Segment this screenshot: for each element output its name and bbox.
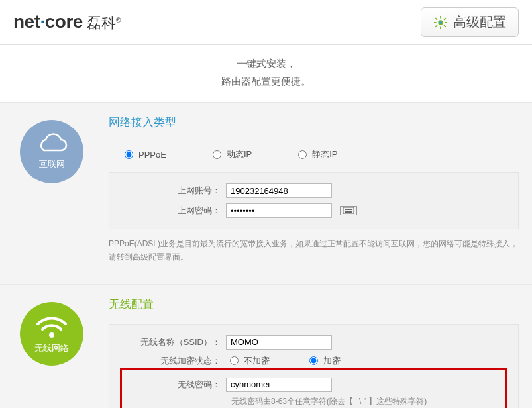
pppoe-password-input[interactable] <box>226 203 332 218</box>
pppoe-account-input[interactable] <box>226 183 332 198</box>
wifi-icon <box>34 313 70 340</box>
pppoe-password-label: 上网密码： <box>121 205 226 217</box>
wireless-circle: 无线网络 <box>20 302 83 366</box>
wireless-body: 无线配置 无线名称（SSID）： 无线加密状态： 不加密 加密 <box>109 297 519 408</box>
pppoe-help-text: PPPoE(ADSL)业务是目前最为流行的宽带接入业务，如果通过正常配置不能访问… <box>109 237 519 264</box>
ssid-label: 无线名称（SSID）： <box>121 336 226 348</box>
encryption-option-off[interactable]: 不加密 <box>230 355 270 367</box>
svg-point-9 <box>439 21 442 23</box>
wan-option-dhcp[interactable]: 动态IP <box>213 148 252 160</box>
logo-dot: · <box>40 11 45 32</box>
ssid-input[interactable] <box>226 335 332 350</box>
network-body: 网络接入类型 PPPoE 动态IP 静态IP 上网账号： 上网密码： <box>109 115 519 264</box>
encryption-on-label: 加密 <box>323 355 341 367</box>
encryption-row: 无线加密状态： 不加密 加密 <box>121 352 506 370</box>
wifi-password-hint: 无线密码由8-63个任意字符(除去【 ' \ " 】这些特殊字符) <box>121 396 506 407</box>
svg-rect-10 <box>343 207 354 214</box>
network-title: 网络接入类型 <box>109 115 519 130</box>
svg-point-16 <box>49 332 54 338</box>
radio-static[interactable] <box>298 150 307 159</box>
radio-no-encryption[interactable] <box>230 356 239 365</box>
svg-rect-3 <box>434 22 437 23</box>
wan-option-static[interactable]: 静态IP <box>298 148 337 160</box>
pppoe-password-row: 上网密码： <box>121 201 506 221</box>
tagline-line-1: 一键式安装， <box>0 54 532 72</box>
svg-rect-15 <box>345 211 352 213</box>
tagline: 一键式安装， 路由器配置更便捷。 <box>0 45 532 103</box>
svg-rect-1 <box>440 15 441 18</box>
ssid-row: 无线名称（SSID）： <box>121 332 506 352</box>
logo-cn: 磊科® <box>87 13 121 33</box>
wan-option-pppoe[interactable]: PPPoE <box>125 148 166 160</box>
virtual-keyboard-icon[interactable] <box>340 206 357 215</box>
encryption-option-on[interactable]: 加密 <box>309 355 341 367</box>
wireless-form: 无线名称（SSID）： 无线加密状态： 不加密 加密 <box>109 324 519 408</box>
pppoe-account-label: 上网账号： <box>121 185 226 197</box>
svg-rect-7 <box>435 25 438 27</box>
logo: net·core 磊科® <box>13 11 121 33</box>
encryption-radios: 不加密 加密 <box>226 355 341 367</box>
wifi-password-highlight: 无线密码： 无线密码由8-63个任意字符(除去【 ' \ " 】这些特殊字符) <box>121 370 506 408</box>
svg-rect-11 <box>345 209 346 210</box>
pppoe-account-row: 上网账号： <box>121 181 506 201</box>
encryption-label: 无线加密状态： <box>121 355 226 367</box>
svg-rect-12 <box>346 209 348 210</box>
wifi-password-row: 无线密码： <box>121 375 506 395</box>
tagline-line-2: 路由器配置更便捷。 <box>0 72 532 90</box>
logo-text: net·core <box>13 11 83 32</box>
wireless-section: 无线网络 无线配置 无线名称（SSID）： 无线加密状态： 不加密 加密 <box>0 284 532 408</box>
header: net·core 磊科® 高级配置 <box>0 0 532 45</box>
svg-rect-6 <box>443 25 446 27</box>
svg-rect-2 <box>440 26 441 29</box>
svg-rect-8 <box>443 17 446 20</box>
pppoe-form: 上网账号： 上网密码： <box>109 172 519 229</box>
wan-type-radios: PPPoE 动态IP 静态IP <box>109 142 519 167</box>
wan-option-dhcp-label: 动态IP <box>227 148 252 160</box>
internet-circle-label: 互联网 <box>39 158 65 170</box>
encryption-off-label: 不加密 <box>244 355 270 367</box>
advanced-settings-button[interactable]: 高级配置 <box>421 7 519 37</box>
advanced-settings-label: 高级配置 <box>453 13 506 31</box>
svg-rect-5 <box>435 17 438 20</box>
logo-part-net: net <box>13 11 40 32</box>
cloud-icon <box>34 133 69 156</box>
internet-circle: 互联网 <box>20 120 83 183</box>
wifi-password-label: 无线密码： <box>121 379 226 391</box>
radio-dhcp[interactable] <box>213 150 221 159</box>
radio-encryption[interactable] <box>309 356 318 365</box>
wan-option-static-label: 静态IP <box>312 148 337 160</box>
wireless-circle-label: 无线网络 <box>34 342 69 354</box>
wifi-password-input[interactable] <box>226 378 332 392</box>
logo-trademark: ® <box>116 17 121 24</box>
radio-pppoe[interactable] <box>125 150 133 159</box>
svg-rect-4 <box>445 22 447 23</box>
svg-rect-13 <box>348 209 350 210</box>
network-section: 互联网 网络接入类型 PPPoE 动态IP 静态IP 上网账号： 上网密 <box>0 103 532 284</box>
gear-icon <box>433 15 448 30</box>
wireless-title: 无线配置 <box>109 297 519 312</box>
logo-part-core: core <box>45 11 83 32</box>
logo-cn-text: 磊科 <box>87 15 116 31</box>
wan-option-pppoe-label: PPPoE <box>138 150 166 160</box>
svg-rect-14 <box>350 209 352 210</box>
